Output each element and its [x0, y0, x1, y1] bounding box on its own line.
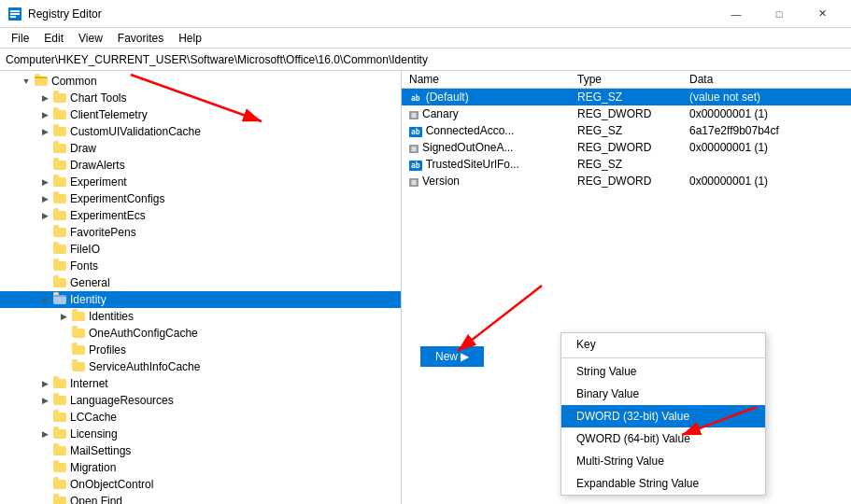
context-menu-qword-value[interactable]: QWORD (64-bit) Value — [561, 427, 765, 450]
folder-icon-charttools — [52, 91, 67, 105]
tree-label-onobjectcontrol: OnObjectControl — [70, 478, 153, 491]
tree-item-identities[interactable]: ▶ Identities — [0, 308, 401, 325]
row-type: REG_SZ — [570, 156, 682, 173]
row-type: REG_DWORD — [570, 139, 682, 156]
svg-rect-2 — [10, 13, 20, 15]
expander-draw[interactable] — [37, 141, 52, 156]
new-button[interactable]: New ▶ — [420, 346, 484, 367]
expander-serviceauthinfocache[interactable] — [56, 359, 71, 374]
tree-item-openfind[interactable]: Open Find — [0, 493, 401, 504]
tree-item-onobjectcontrol[interactable]: OnObjectControl — [0, 476, 401, 493]
tree-item-serviceauthinfocache[interactable]: ServiceAuthInfoCache — [0, 358, 401, 375]
tree-item-mailsettings[interactable]: MailSettings — [0, 442, 401, 459]
row-data: 0x00000001 (1) — [682, 173, 851, 189]
menu-view[interactable]: View — [71, 30, 110, 47]
expander-customui[interactable]: ▶ — [37, 124, 52, 139]
expander-drawalerts[interactable] — [37, 158, 52, 173]
table-row[interactable]: abTrustedSiteUrlFo... REG_SZ — [402, 156, 851, 173]
expander-identity[interactable]: ▼ — [37, 292, 52, 307]
app-title: Registry Editor — [28, 7, 715, 21]
expander-identities[interactable]: ▶ — [56, 309, 71, 324]
tree-item-common[interactable]: ▼ Common — [0, 73, 401, 90]
tree-label-draw: Draw — [70, 142, 96, 155]
expander-general[interactable] — [37, 275, 52, 290]
folder-icon-identities — [71, 310, 86, 323]
maximize-button[interactable]: □ — [758, 0, 801, 28]
context-menu-key[interactable]: Key — [561, 333, 765, 356]
ab-icon: ab — [409, 161, 422, 171]
row-name: ⊞Version — [402, 173, 570, 189]
dword-icon: ⊞ — [409, 178, 418, 187]
row-name: ⊞Canary — [402, 105, 570, 122]
expander-common[interactable]: ▼ — [19, 74, 34, 89]
context-menu-dword-value[interactable]: DWORD (32-bit) Value — [561, 405, 765, 427]
folder-icon-onobjectcontrol — [52, 478, 67, 491]
menu-edit[interactable]: Edit — [36, 30, 71, 47]
expander-experimentecs[interactable]: ▶ — [37, 208, 52, 223]
context-menu-multistring-value[interactable]: Multi-String Value — [561, 450, 765, 472]
expander-experiment[interactable]: ▶ — [37, 175, 52, 189]
context-menu-expandable-value[interactable]: Expandable String Value — [561, 472, 765, 495]
tree-item-fonts[interactable]: Fonts — [0, 258, 401, 274]
tree-item-oneauthconfigcache[interactable]: OneAuthConfigCache — [0, 325, 401, 342]
close-button[interactable]: ✕ — [801, 0, 844, 28]
tree-item-experimentconfigs[interactable]: ▶ ExperimentConfigs — [0, 190, 401, 207]
tree-item-draw[interactable]: Draw — [0, 140, 401, 157]
expander-mailsettings[interactable] — [37, 443, 52, 458]
tree-label-favoritepens: FavoritePens — [70, 226, 136, 239]
menu-favorites[interactable]: Favorites — [110, 30, 171, 47]
tree-item-internet[interactable]: ▶ Internet — [0, 375, 401, 392]
expander-licensing[interactable]: ▶ — [37, 427, 52, 441]
expander-openfind[interactable] — [37, 494, 52, 504]
tree-item-licensing[interactable]: ▶ Licensing — [0, 426, 401, 442]
menu-bar: File Edit View Favorites Help — [0, 28, 851, 49]
tree-item-lccache[interactable]: LCCache — [0, 409, 401, 426]
folder-icon-experiment — [52, 175, 67, 189]
expander-onobjectcontrol[interactable] — [37, 477, 52, 492]
tree-item-experimentecs[interactable]: ▶ ExperimentEcs — [0, 207, 401, 224]
expander-clienttelemetry[interactable]: ▶ — [37, 107, 52, 122]
minimize-button[interactable]: — — [715, 0, 758, 28]
menu-file[interactable]: File — [4, 30, 36, 47]
tree-label-fileio: FileIO — [70, 243, 100, 256]
expander-profiles[interactable] — [56, 343, 71, 357]
table-row[interactable]: ⊞Canary REG_DWORD 0x00000001 (1) — [402, 105, 851, 122]
expander-oneauthconfigcache[interactable] — [56, 326, 71, 341]
expander-lccache[interactable] — [37, 410, 52, 425]
folder-icon-customui — [52, 125, 67, 138]
tree-item-languageresources[interactable]: ▶ LanguageResources — [0, 392, 401, 409]
tree-item-fileio[interactable]: FileIO — [0, 241, 401, 258]
tree-item-charttools[interactable]: ▶ Chart Tools — [0, 90, 401, 106]
right-panel: Name Type Data ab(Default) REG_SZ (value… — [402, 71, 851, 504]
tree-item-drawalerts[interactable]: DrawAlerts — [0, 157, 401, 174]
expander-charttools[interactable]: ▶ — [37, 91, 52, 105]
table-row[interactable]: ⊞SignedOutOneA... REG_DWORD 0x00000001 (… — [402, 139, 851, 156]
expander-fileio[interactable] — [37, 242, 52, 257]
tree-item-customui[interactable]: ▶ CustomUIValidationCache — [0, 123, 401, 140]
tree-item-experiment[interactable]: ▶ Experiment — [0, 174, 401, 190]
expander-experimentconfigs[interactable]: ▶ — [37, 191, 52, 206]
col-type: Type — [570, 71, 682, 89]
tree-item-general[interactable]: General — [0, 274, 401, 291]
expander-fonts[interactable] — [37, 259, 52, 273]
folder-icon-fonts — [52, 259, 67, 273]
tree-item-migration[interactable]: Migration — [0, 459, 401, 476]
menu-help[interactable]: Help — [171, 30, 209, 47]
tree-panel[interactable]: ▼ Common ▶ Chart Tools ▶ ClientTelemetry… — [0, 71, 402, 504]
context-menu-binary-value[interactable]: Binary Value — [561, 383, 765, 405]
row-name: ⊞SignedOutOneA... — [402, 139, 570, 156]
expander-internet[interactable]: ▶ — [37, 376, 52, 391]
svg-rect-1 — [10, 10, 20, 12]
context-menu-string-value[interactable]: String Value — [561, 360, 765, 383]
tree-item-favoritepens[interactable]: FavoritePens — [0, 224, 401, 241]
expander-languageresources[interactable]: ▶ — [37, 393, 52, 408]
tree-item-clienttelemetry[interactable]: ▶ ClientTelemetry — [0, 106, 401, 123]
tree-item-profiles[interactable]: Profiles — [0, 342, 401, 358]
table-row[interactable]: ⊞Version REG_DWORD 0x00000001 (1) — [402, 173, 851, 189]
expander-favoritepens[interactable] — [37, 225, 52, 240]
table-row[interactable]: ab(Default) REG_SZ (value not set) — [402, 89, 851, 106]
tree-item-identity[interactable]: ▼ Identity — [0, 291, 401, 308]
table-row[interactable]: abConnectedAcco... REG_SZ 6a17e2ff9b07b4… — [402, 122, 851, 139]
row-name: abTrustedSiteUrlFo... — [402, 156, 570, 173]
expander-migration[interactable] — [37, 460, 52, 475]
